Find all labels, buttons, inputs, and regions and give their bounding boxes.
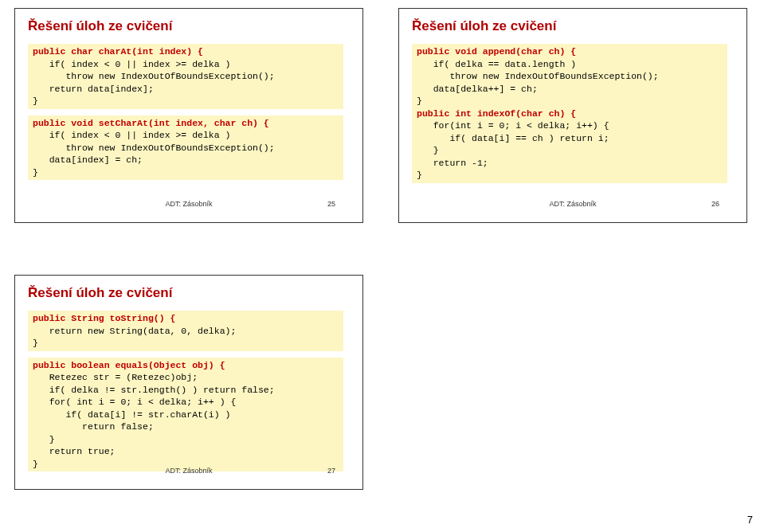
code-line: if( delka == data.length ) bbox=[412, 58, 727, 71]
code-block-charat: public char charAt(int index) { if( inde… bbox=[28, 44, 343, 109]
slide-content: Řešení úloh ze cvičení public void appen… bbox=[412, 18, 734, 213]
code-line: if( index < 0 || index >= delka ) bbox=[28, 129, 343, 142]
slide-title: Řešení úloh ze cvičení bbox=[28, 18, 350, 34]
code-line: for(int i = 0; i < delka; i++) { bbox=[412, 119, 727, 132]
code-line: } bbox=[28, 337, 343, 350]
slide-title: Řešení úloh ze cvičení bbox=[28, 285, 350, 301]
code-block-append-indexof: public void append(char ch) { if( delka … bbox=[412, 44, 727, 183]
code-line: public void setCharAt(int index, char ch… bbox=[28, 117, 343, 130]
code-line: } bbox=[412, 144, 727, 157]
footer-label: ADT: Zásobník bbox=[165, 200, 212, 208]
code-block-tostring: public String toString() { return new St… bbox=[28, 311, 343, 351]
code-line: } bbox=[28, 166, 343, 179]
slide-26: Řešení úloh ze cvičení public void appen… bbox=[398, 8, 747, 223]
code-line: public char charAt(int index) { bbox=[28, 45, 343, 58]
slide-27: Řešení úloh ze cvičení public String toS… bbox=[14, 275, 363, 490]
code-line: return -1; bbox=[412, 157, 727, 170]
code-line: if( data[i] != str.charAt(i) ) bbox=[28, 409, 343, 421]
code-line: throw new IndexOutOfBoundsException(); bbox=[28, 70, 343, 83]
code-line: return data[index]; bbox=[28, 83, 343, 96]
code-line: } bbox=[412, 169, 727, 182]
slide-25: Řešení úloh ze cvičení public char charA… bbox=[14, 8, 363, 223]
code-line: Retezec str = (Retezec)obj; bbox=[28, 371, 343, 384]
footer-number: 26 bbox=[711, 200, 719, 208]
code-line: if( delka != str.length() ) return false… bbox=[28, 384, 343, 397]
code-line: } bbox=[412, 95, 727, 108]
code-line: public boolean equals(Object obj) { bbox=[28, 359, 343, 372]
code-line: data[index] = ch; bbox=[28, 154, 343, 166]
footer-number: 25 bbox=[327, 200, 335, 208]
footer-label: ADT: Zásobník bbox=[165, 467, 212, 475]
page-number: 7 bbox=[747, 514, 753, 526]
code-line: return false; bbox=[28, 421, 343, 433]
code-line: public int indexOf(char ch) { bbox=[412, 108, 727, 120]
footer-label: ADT: Zásobník bbox=[549, 200, 596, 208]
footer-number: 27 bbox=[327, 467, 335, 475]
slide-footer: ADT: Zásobník 26 bbox=[412, 200, 734, 208]
code-line: throw new IndexOutOfBoundsException(); bbox=[412, 70, 727, 83]
code-line: public String toString() { bbox=[28, 312, 343, 325]
code-line: if( data[i] == ch ) return i; bbox=[412, 132, 727, 145]
code-line: if( index < 0 || index >= delka ) bbox=[28, 58, 343, 71]
code-line: } bbox=[28, 433, 343, 446]
code-line: } bbox=[28, 95, 343, 108]
slide-footer: ADT: Zásobník 27 bbox=[28, 467, 350, 475]
slide-title: Řešení úloh ze cvičení bbox=[412, 18, 734, 34]
code-block-equals: public boolean equals(Object obj) { Rete… bbox=[28, 358, 343, 472]
slide-footer: ADT: Zásobník 25 bbox=[28, 200, 350, 208]
code-block-setcharat: public void setCharAt(int index, char ch… bbox=[28, 115, 343, 181]
code-line: data[delka++] = ch; bbox=[412, 83, 727, 96]
code-line: for( int i = 0; i < delka; i++ ) { bbox=[28, 396, 343, 409]
code-line: return true; bbox=[28, 445, 343, 458]
code-line: return new String(data, 0, delka); bbox=[28, 325, 343, 338]
slide-content: Řešení úloh ze cvičení public char charA… bbox=[28, 18, 350, 213]
slide-content: Řešení úloh ze cvičení public String toS… bbox=[28, 285, 350, 479]
code-line: throw new IndexOutOfBoundsException(); bbox=[28, 142, 343, 155]
code-line: public void append(char ch) { bbox=[412, 45, 727, 58]
